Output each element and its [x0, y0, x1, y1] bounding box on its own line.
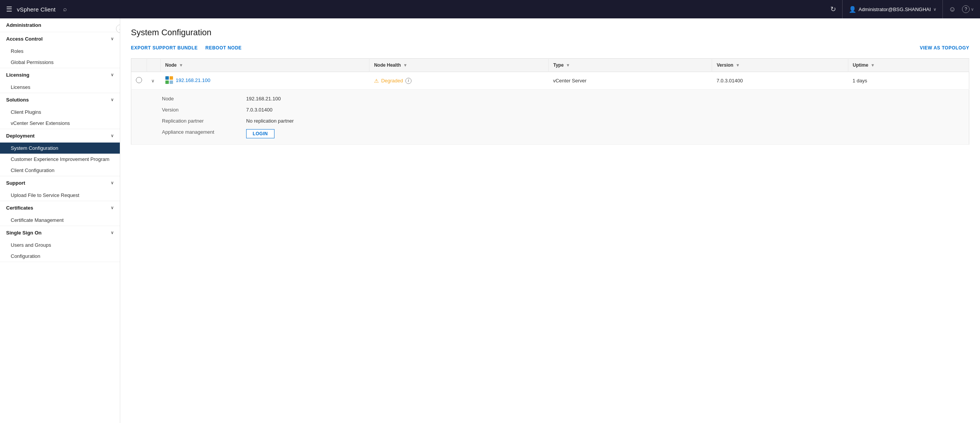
detail-replication-value: No replication partner — [246, 118, 946, 124]
health-label: Degraded — [381, 78, 403, 84]
sidebar-item-client-configuration[interactable]: Client Configuration — [0, 165, 120, 176]
toolbar-left: EXPORT SUPPORT BUNDLE REBOOT NODE — [131, 45, 242, 51]
health-warning-icon: ⚠ — [374, 78, 379, 84]
sidebar-section-support: Support ∨ Upload File to Service Request — [0, 176, 120, 201]
page-title: System Configuration — [131, 28, 969, 38]
version-filter-icon[interactable]: ▼ — [736, 63, 740, 67]
table-col-checkbox — [131, 59, 147, 72]
row-type-value: vCenter Server — [553, 78, 586, 84]
sidebar-section-access-control: Access Control ∨ Roles Global Permission… — [0, 32, 120, 68]
help-icon[interactable]: ? ∨ — [962, 5, 974, 13]
type-filter-icon[interactable]: ▼ — [566, 63, 570, 67]
nodes-table: Node ▼ Node Health ▼ Type ▼ — [131, 58, 969, 145]
sidebar-item-vcenter-extensions[interactable]: vCenter Server Extensions — [0, 118, 120, 129]
detail-version-label: Version — [162, 107, 238, 113]
row-type-cell: vCenter Server — [549, 72, 712, 90]
search-icon[interactable]: ⌕ — [63, 6, 67, 13]
sidebar-section-header-licensing[interactable]: Licensing ∨ — [0, 68, 120, 82]
sidebar-section-deployment: Deployment ∨ System Configuration Custom… — [0, 129, 120, 176]
reboot-node-button[interactable]: REBOOT NODE — [206, 45, 242, 51]
app-name: vSphere Client — [17, 6, 56, 13]
sidebar-section-label-solutions: Solutions — [6, 97, 29, 103]
sidebar-section-certificates: Certificates ∨ Certificate Management — [0, 201, 120, 226]
deployment-chevron-icon: ∨ — [111, 133, 114, 138]
sidebar-item-customer-experience[interactable]: Customer Experience Improvement Program — [0, 154, 120, 165]
sidebar-item-upload-file[interactable]: Upload File to Service Request — [0, 190, 120, 201]
col-type-label: Type — [553, 62, 564, 68]
row-health-cell: ⚠ Degraded i — [369, 72, 549, 90]
row-radio-cell — [131, 72, 147, 90]
sidebar-section-header-access-control[interactable]: Access Control ∨ — [0, 32, 120, 46]
detail-replication-label: Replication partner — [162, 118, 238, 124]
sidebar: ◂ Administration Access Control ∨ Roles … — [0, 18, 120, 423]
row-radio-input[interactable] — [136, 77, 142, 83]
refresh-icon[interactable]: ↻ — [830, 5, 836, 13]
col-node-health-label: Node Health — [374, 62, 401, 68]
sidebar-section-label-licensing: Licensing — [6, 72, 29, 78]
export-support-bundle-button[interactable]: EXPORT SUPPORT BUNDLE — [131, 45, 198, 51]
table-col-uptime: Uptime ▼ — [848, 59, 969, 72]
sidebar-item-sso-configuration[interactable]: Configuration — [0, 251, 120, 262]
sidebar-section-administration: Administration — [0, 18, 120, 32]
sidebar-item-certificate-management[interactable]: Certificate Management — [0, 215, 120, 226]
expanded-detail-row: Node 192.168.21.100 Version 7.0.3.01400 … — [131, 90, 969, 145]
svg-rect-1 — [170, 76, 173, 80]
svg-rect-2 — [165, 80, 169, 84]
solutions-chevron-icon: ∨ — [111, 97, 114, 102]
sidebar-section-label-deployment: Deployment — [6, 133, 34, 139]
user-icon: 👤 — [849, 6, 856, 13]
sidebar-item-roles[interactable]: Roles — [0, 46, 120, 57]
table-col-expand — [147, 59, 160, 72]
sidebar-item-licenses[interactable]: Licenses — [0, 82, 120, 93]
uptime-filter-icon[interactable]: ▼ — [871, 63, 875, 67]
node-ip-link[interactable]: 192.168.21.100 — [176, 77, 210, 83]
node-filter-icon[interactable]: ▼ — [179, 63, 183, 67]
support-chevron-icon: ∨ — [111, 180, 114, 185]
sidebar-section-header-administration[interactable]: Administration — [0, 18, 120, 32]
detail-node-value: 192.168.21.100 — [246, 96, 946, 102]
feedback-icon[interactable]: ☺ — [949, 5, 956, 13]
sidebar-item-global-permissions[interactable]: Global Permissions — [0, 57, 120, 68]
sidebar-section-label-administration: Administration — [6, 22, 41, 28]
toolbar: EXPORT SUPPORT BUNDLE REBOOT NODE VIEW A… — [131, 45, 969, 51]
row-version-cell: 7.0.3.01400 — [712, 72, 848, 90]
view-as-topology-button[interactable]: VIEW AS TOPOLOGY — [920, 45, 969, 51]
col-uptime-label: Uptime — [853, 62, 869, 68]
user-chevron-icon: ∨ — [933, 7, 936, 12]
expanded-detail-cell: Node 192.168.21.100 Version 7.0.3.01400 … — [131, 90, 969, 145]
sidebar-section-header-sso[interactable]: Single Sign On ∨ — [0, 226, 120, 239]
sidebar-section-header-certificates[interactable]: Certificates ∨ — [0, 201, 120, 215]
table-col-node: Node ▼ — [160, 59, 369, 72]
sidebar-section-header-solutions[interactable]: Solutions ∨ — [0, 93, 120, 107]
health-info-icon[interactable]: i — [405, 78, 412, 84]
sso-chevron-icon: ∨ — [111, 230, 114, 235]
user-menu[interactable]: 👤 Administrator@BSG.SHANGHAI ∨ — [842, 0, 943, 18]
sidebar-item-client-plugins[interactable]: Client Plugins — [0, 107, 120, 118]
login-button[interactable]: LOGIN — [246, 129, 274, 138]
row-uptime-value: 1 days — [853, 78, 867, 84]
table-col-version: Version ▼ — [712, 59, 848, 72]
sidebar-item-system-configuration[interactable]: System Configuration — [0, 143, 120, 154]
table-header-row: Node ▼ Node Health ▼ Type ▼ — [131, 59, 969, 72]
sidebar-section-label-support: Support — [6, 180, 25, 186]
row-expand-button[interactable]: ∨ — [151, 78, 155, 84]
sidebar-section-header-deployment[interactable]: Deployment ∨ — [0, 129, 120, 143]
sidebar-section-sso: Single Sign On ∨ Users and Groups Config… — [0, 226, 120, 262]
sidebar-item-users-and-groups[interactable]: Users and Groups — [0, 239, 120, 251]
table-row: ∨ — [131, 72, 969, 90]
app-header: ☰ vSphere Client ⌕ ↻ 👤 Administrator@BSG… — [0, 0, 980, 18]
detail-appliance-label: Appliance management — [162, 129, 238, 138]
licensing-chevron-icon: ∨ — [111, 72, 114, 77]
sidebar-section-header-support[interactable]: Support ∨ — [0, 176, 120, 190]
detail-appliance-value: LOGIN — [246, 129, 946, 138]
header-right: ↻ 👤 Administrator@BSG.SHANGHAI ∨ ☺ ? ∨ — [830, 0, 974, 18]
health-status: ⚠ Degraded i — [374, 78, 544, 84]
menu-icon[interactable]: ☰ — [6, 5, 12, 13]
detail-inner: Node 192.168.21.100 Version 7.0.3.01400 … — [131, 90, 969, 144]
main-content: System Configuration EXPORT SUPPORT BUND… — [120, 18, 980, 423]
row-uptime-cell: 1 days — [848, 72, 969, 90]
node-health-filter-icon[interactable]: ▼ — [403, 63, 407, 67]
sidebar-section-label-access-control: Access Control — [6, 36, 42, 42]
detail-version-value: 7.0.3.01400 — [246, 107, 946, 113]
certificates-chevron-icon: ∨ — [111, 205, 114, 210]
